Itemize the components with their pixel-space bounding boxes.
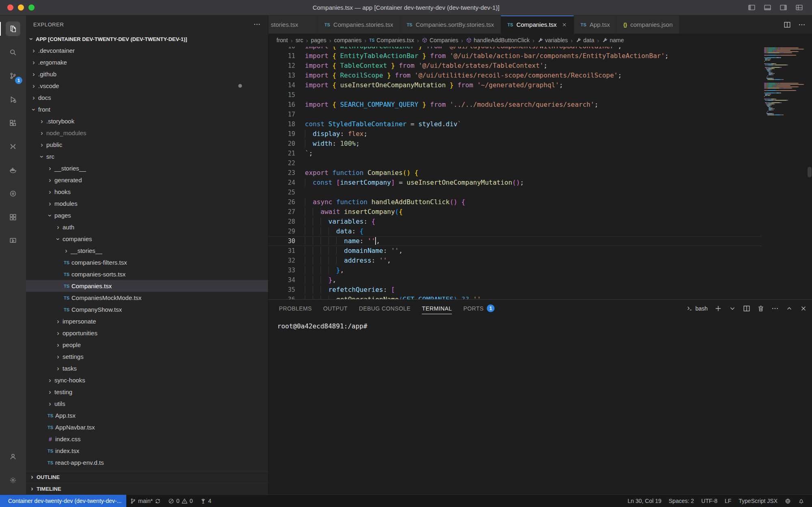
tree-file-index.tsx[interactable]: TSindex.tsx [26,445,268,457]
tree-folder-companies[interactable]: ›companies [26,233,268,245]
tree-folder-__stories__[interactable]: ›__stories__ [26,162,268,174]
tree-folder-hooks[interactable]: ›hooks [26,186,268,198]
tree-folder-generated[interactable]: ›generated [26,174,268,186]
activity-item-run-debug[interactable] [0,88,26,111]
panel-tab-output[interactable]: OUTPUT [317,300,353,317]
tree-folder-pages[interactable]: ›pages [26,209,268,221]
breadcrumb-item-pages[interactable]: pages [311,37,326,43]
layout-panel-button[interactable] [764,4,771,11]
tree-folder-__stories__[interactable]: ›__stories__ [26,245,268,257]
activity-item-explorer[interactable] [0,17,26,41]
activity-item-extension-b[interactable] [0,205,26,229]
tree-folder-settings[interactable]: ›settings [26,351,268,362]
code-line-13[interactable]: 13import { RecoilScope } from '@/ui/util… [268,71,762,80]
tree-folder-front[interactable]: ›front [26,104,268,115]
tree-folder-docs[interactable]: ›docs [26,92,268,104]
code-line-28[interactable]: 28 variables: { [268,217,762,227]
breadcrumb-item-Companies[interactable]: Companies [422,37,458,43]
activity-item-extension-c[interactable] [0,229,26,252]
terminal-instance[interactable]: bash [687,305,708,312]
breadcrumb-item-Companies.tsx[interactable]: TSCompanies.tsx [369,37,414,43]
editor-tab-Companies.tsx[interactable]: TSCompanies.tsx [501,15,574,34]
notifications[interactable] [795,495,808,507]
tree-folder-opportunities[interactable]: ›opportunities [26,327,268,339]
tree-folder-sync-hooks[interactable]: ›sync-hooks [26,374,268,386]
code-line-14[interactable]: 14import { useInsertOneCompanyMutation }… [268,80,762,90]
branch-status[interactable]: main* [126,495,164,507]
more-panel-button[interactable] [771,305,779,312]
code-line-31[interactable]: 31 domainName: '', [268,246,762,256]
editor-scrollbar-thumb[interactable] [808,167,812,177]
tree-folder-node_modules[interactable]: ›node_modules [26,127,268,139]
minimize-window-button[interactable] [18,4,24,11]
panel-tab-problems[interactable]: PROBLEMS [273,300,317,317]
code-line-32[interactable]: 32 address: '', [268,256,762,265]
tree-file-companies-filters.tsx[interactable]: TScompanies-filters.tsx [26,257,268,268]
activity-item-remote-explorer[interactable] [0,135,26,158]
plus-panel-button[interactable] [715,305,722,312]
close-tab-button[interactable] [561,22,567,28]
eol[interactable]: LF [721,495,735,507]
panel-tab-ports[interactable]: PORTS1 [458,300,500,317]
tree-folder-src[interactable]: ›src [26,151,268,162]
tree-folder-impersonate[interactable]: ›impersonate [26,315,268,327]
trash-panel-button[interactable] [757,305,764,312]
problems-status[interactable]: 00 [164,495,197,507]
activity-item-docker[interactable] [0,158,26,182]
tree-folder-testing[interactable]: ›testing [26,386,268,398]
code-line-34[interactable]: 34 }, [268,275,762,285]
code-line-33[interactable]: 33 }, [268,265,762,275]
code-line-35[interactable]: 35 refetchQueries: [ [268,285,762,295]
breadcrumb-item-front[interactable]: front [276,37,288,43]
encoding[interactable]: UTF-8 [698,495,721,507]
workspace-section-header[interactable]: › APP [CONTAINER DEV-TWENTY-DEV (DEV-TWE… [26,33,268,45]
tree-folder-modules[interactable]: ›modules [26,198,268,209]
split-editor-button[interactable] [784,21,791,28]
tree-file-CompaniesMockMode.tsx[interactable]: TSCompaniesMockMode.tsx [26,292,268,304]
code-line-25[interactable]: 25 [268,188,762,197]
breadcrumb-item-variables[interactable]: variables [538,37,568,43]
ports-status[interactable]: 4 [197,495,215,507]
code-line-21[interactable]: 21`; [268,149,762,158]
explorer-more-actions-button[interactable] [253,21,261,28]
editor-tab-Companies.stories.tsx[interactable]: TSCompanies.stories.tsx [318,15,400,34]
code-line-27[interactable]: 27 await insertCompany({ [268,207,762,217]
code-line-17[interactable]: 17 [268,110,762,119]
panel-tab-terminal[interactable]: TERMINAL [416,300,458,317]
tree-file-index.css[interactable]: #index.css [26,433,268,445]
breadcrumb-item-src[interactable]: src [296,37,303,43]
chevdown-panel-button[interactable] [729,305,736,312]
code-line-20[interactable]: 20 width: 100%; [268,139,762,149]
code-line-16[interactable]: 16import { SEARCH_COMPANY_QUERY } from '… [268,100,762,110]
code-line-11[interactable]: 11import { EntityTableActionBar } from '… [268,51,762,61]
editor-tab-stories.tsx[interactable]: stories.tsx [268,15,318,34]
layout-sidebar-right-button[interactable] [780,4,787,11]
code-line-23[interactable]: 23export function Companies() { [268,168,762,178]
tree-folder-.vscode[interactable]: ›.vscode [26,80,268,92]
tree-file-companies-sorts.tsx[interactable]: TScompanies-sorts.tsx [26,268,268,280]
layout-customize-button[interactable] [795,4,803,11]
breadcrumb-item-handleAddButtonClick[interactable]: handleAddButtonClick [466,37,530,43]
tree-file-CompanyShow.tsx[interactable]: TSCompanyShow.tsx [26,304,268,315]
split-panel-button[interactable] [743,305,750,312]
indentation[interactable]: Spaces: 2 [665,495,698,507]
terminal-output[interactable]: root@0a42ecd84891:/app# [268,317,812,330]
breadcrumb-item-companies[interactable]: companies [334,37,362,43]
cursor-position[interactable]: Ln 30, Col 19 [624,495,665,507]
editor-tab-Companies.sortBy.stories.tsx[interactable]: TSCompanies.sortBy.stories.tsx [400,15,501,34]
tree-folder-public[interactable]: ›public [26,139,268,151]
breadcrumb-item-data[interactable]: data [576,37,594,43]
tree-folder-utils[interactable]: ›utils [26,398,268,410]
activity-item-extension-a[interactable] [0,182,26,205]
editor-tab-App.tsx[interactable]: TSApp.tsx [574,15,617,34]
tree-file-AppNavbar.tsx[interactable]: TSAppNavbar.tsx [26,421,268,433]
code-line-22[interactable]: 22 [268,158,762,168]
code-line-12[interactable]: 12import { TableContext } from '@/ui/tab… [268,61,762,71]
tree-folder-auth[interactable]: ›auth [26,221,268,233]
activity-item-source-control[interactable]: 1 [0,64,26,88]
minimap[interactable] [764,47,806,118]
tree-file-react-app-env.d.ts[interactable]: TSreact-app-env.d.ts [26,457,268,468]
outline-section-header[interactable]: › OUTLINE [26,471,268,483]
tree-folder-.ergomake[interactable]: ›.ergomake [26,56,268,68]
code-editor[interactable]: 10import { WithTopBarContainer } from '@… [268,47,812,299]
